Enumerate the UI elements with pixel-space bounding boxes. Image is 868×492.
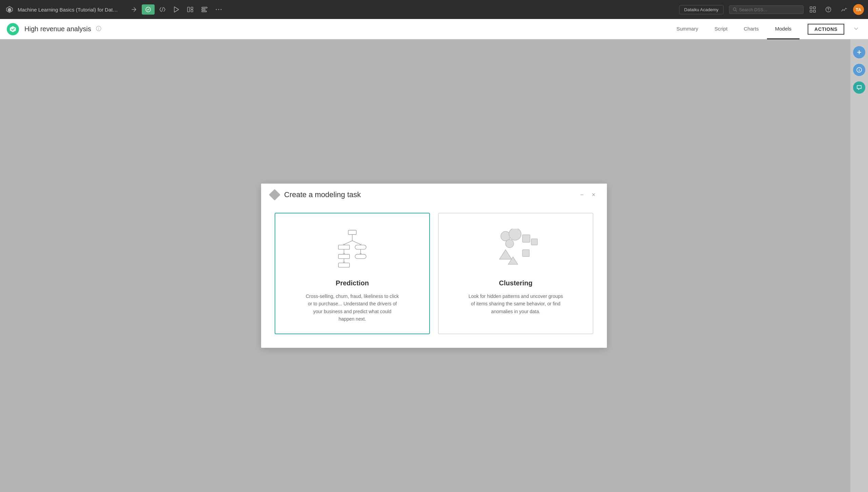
svg-rect-4 (202, 7, 207, 8)
svg-rect-5 (202, 9, 205, 10)
nav-charts[interactable]: Charts (736, 19, 767, 39)
modal-body: Prediction Cross-selling, churn, fraud, … (261, 206, 607, 348)
svg-rect-13 (810, 10, 812, 12)
prediction-title: Prediction (336, 279, 369, 287)
top-bar: Machine Learning Basics (Tutorial) for D… (0, 0, 868, 19)
svg-point-35 (506, 240, 514, 248)
prediction-icon (335, 227, 369, 271)
collapse-btn[interactable] (851, 24, 861, 34)
svg-rect-2 (191, 7, 193, 9)
prediction-card[interactable]: Prediction Cross-selling, churn, fraud, … (275, 213, 430, 335)
svg-point-8 (218, 9, 219, 10)
clustering-card[interactable]: Clustering Look for hidden patterns and … (438, 213, 593, 335)
page-title: Machine Learning Basics (Tutorial) for D… (18, 7, 119, 13)
svg-line-24 (352, 241, 361, 244)
svg-point-16 (828, 11, 829, 12)
svg-rect-14 (813, 10, 815, 12)
nav-models[interactable]: Models (767, 19, 800, 39)
svg-point-34 (509, 229, 521, 240)
analytics-btn[interactable] (837, 4, 850, 15)
modal-diamond-icon (269, 189, 280, 201)
svg-rect-25 (338, 245, 350, 249)
more-btn[interactable] (212, 7, 225, 12)
svg-point-7 (216, 9, 217, 10)
apps-btn[interactable] (806, 4, 819, 15)
flow-btn[interactable] (142, 4, 155, 15)
code-btn[interactable] (156, 5, 169, 14)
modal-header: Create a modeling task − × (261, 184, 607, 206)
analysis-title: High revenue analysis (24, 25, 91, 33)
top-bar-actions (127, 4, 225, 15)
actions-button[interactable]: ACTIONS (808, 24, 844, 35)
svg-rect-11 (810, 7, 812, 9)
redirect-btn[interactable] (127, 4, 140, 15)
svg-rect-1 (188, 7, 190, 12)
user-avatar[interactable]: TA (853, 4, 864, 15)
svg-rect-36 (522, 235, 530, 242)
app-logo (4, 4, 15, 15)
svg-rect-38 (522, 250, 529, 257)
sub-bar: High revenue analysis Summary Script Cha… (0, 19, 868, 39)
modal-title: Create a modeling task (284, 190, 573, 199)
sub-nav: Summary Script Charts Models (668, 19, 800, 39)
clustering-title: Clustering (499, 279, 533, 287)
svg-point-18 (98, 27, 99, 28)
clustering-desc: Look for hidden patterns and uncover gro… (468, 292, 563, 315)
search-icon (733, 7, 737, 12)
main-content: Create a modeling task − × (0, 39, 868, 492)
svg-point-9 (221, 9, 222, 10)
help-btn[interactable] (822, 4, 835, 15)
modal-header-actions: − × (578, 191, 597, 198)
svg-rect-30 (355, 254, 366, 259)
nav-script[interactable]: Script (706, 19, 735, 39)
nav-summary[interactable]: Summary (668, 19, 706, 39)
svg-rect-37 (531, 239, 537, 245)
modal-overlay: Create a modeling task − × (0, 39, 868, 492)
prediction-desc: Cross-selling, churn, fraud, likeliness … (305, 292, 400, 323)
search-input[interactable] (739, 7, 800, 12)
academy-button[interactable]: Dataiku Academy (679, 5, 724, 14)
clustering-icon (492, 227, 539, 271)
grid-btn[interactable] (184, 5, 197, 14)
svg-rect-26 (355, 245, 366, 249)
info-icon[interactable] (96, 26, 101, 33)
svg-rect-12 (813, 7, 815, 9)
svg-rect-29 (338, 254, 350, 259)
modal-minimize-btn[interactable]: − (578, 191, 586, 198)
svg-rect-6 (202, 11, 206, 12)
svg-rect-3 (191, 10, 193, 12)
search-box[interactable] (729, 5, 804, 14)
svg-rect-21 (348, 230, 356, 234)
svg-line-23 (344, 241, 352, 244)
play-btn[interactable] (170, 4, 182, 15)
settings-btn[interactable] (198, 5, 211, 14)
svg-rect-32 (338, 263, 350, 267)
modal: Create a modeling task − × (261, 184, 607, 348)
modal-close-btn[interactable]: × (590, 191, 597, 198)
sub-bar-logo (7, 23, 19, 35)
